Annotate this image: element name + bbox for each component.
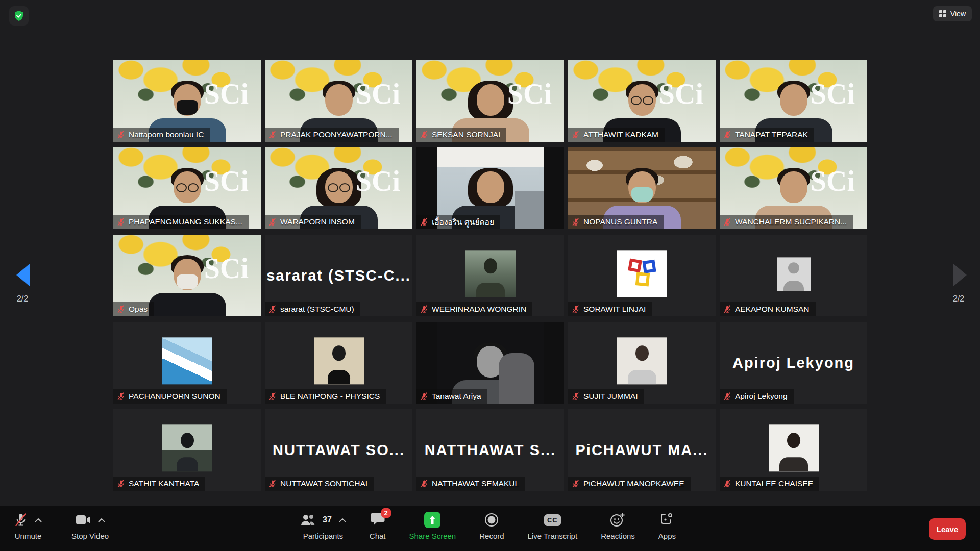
participant-name-badge: PHAPAENGMUANG SUKKAS... <box>113 215 249 229</box>
virtual-background-logo: SCi <box>356 165 400 197</box>
participants-label: Participants <box>303 532 343 540</box>
participant-name-badge: PRAJAK POONYAWATPORN... <box>265 128 399 142</box>
participant-tile[interactable]: PACHANUPORN SUNON <box>113 322 261 404</box>
participant-tile[interactable]: SCi WANCHALERM SUCPIKARN... <box>720 147 867 229</box>
muted-mic-icon <box>420 305 428 313</box>
chat-button[interactable]: 2 Chat <box>370 506 386 540</box>
muted-mic-icon <box>572 305 580 313</box>
participant-name-badge: เอื้องอริน ศูนย์ดอย <box>416 215 500 229</box>
participant-name-label: Opas <box>129 305 148 314</box>
participant-avatar <box>162 337 212 384</box>
live-transcript-button[interactable]: CC Live Transcript <box>528 506 578 540</box>
participant-name-badge: BLE NATIPONG - PHYSICS <box>265 389 386 404</box>
participant-name-badge: PiCHAWUT MANOPKAWEE <box>568 477 691 491</box>
participant-name-badge: AEKAPON KUMSAN <box>720 302 816 316</box>
virtual-background-logo: SCi <box>811 165 855 197</box>
participant-tile[interactable]: NATTHAWAT S... NATTHAWAT SEMAKUL <box>416 409 564 491</box>
participant-tile[interactable]: SCi Nattaporn boonlau IC <box>113 60 261 142</box>
share-screen-button[interactable]: Share Screen <box>409 506 456 540</box>
muted-mic-icon <box>420 392 428 400</box>
muted-mic-icon <box>268 218 277 226</box>
participant-tile[interactable]: SCi WARAPORN INSOM <box>265 147 412 229</box>
participants-icon <box>300 513 315 527</box>
participant-name-badge: TANAPAT TEPARAK <box>720 128 814 142</box>
reactions-label: Reactions <box>601 532 635 540</box>
participant-name-badge: NOPANUS GUNTRA <box>568 215 664 229</box>
participant-avatar <box>314 337 364 384</box>
video-options-caret-icon[interactable] <box>98 518 105 522</box>
participant-tile[interactable]: SORAWIT LINJAI <box>568 235 716 316</box>
shield-check-icon <box>13 10 25 22</box>
next-page-arrow[interactable] <box>953 264 967 286</box>
participant-name-badge: NATTHAWAT SEMAKUL <box>416 477 525 491</box>
virtual-background-logo: SCi <box>204 252 249 285</box>
gallery-grid-icon <box>939 10 946 17</box>
participant-name-badge: SEKSAN SORNJAI <box>416 128 506 142</box>
participant-name-badge: WANCHALERM SUCPIKARN... <box>720 215 853 229</box>
participant-name-label: AEKAPON KUMSAN <box>735 305 810 314</box>
muted-mic-icon <box>268 392 277 400</box>
zoom-meeting-window: View 2/2 2/2 SCi Nattaporn boonlau IC SC… <box>0 0 980 551</box>
leave-button[interactable]: Leave <box>929 518 966 540</box>
participant-tile[interactable]: AEKAPON KUMSAN <box>720 235 867 316</box>
participant-name-label: PiCHAWUT MANOPKAWEE <box>583 479 684 488</box>
participant-tile[interactable]: เอื้องอริน ศูนย์ดอย <box>416 147 564 229</box>
participant-tile[interactable]: sararat (STSC-C... sararat (STSC-CMU) <box>265 235 412 316</box>
participant-tile[interactable]: SCi TANAPAT TEPARAK <box>720 60 867 142</box>
participant-name-badge: WARAPORN INSOM <box>265 215 361 229</box>
unmute-options-caret-icon[interactable] <box>35 518 42 522</box>
video-camera-icon <box>76 514 91 525</box>
stop-video-button[interactable]: Stop Video <box>71 506 109 540</box>
participant-name-label: WANCHALERM SUCPIKARN... <box>735 217 847 227</box>
participant-tile[interactable]: NOPANUS GUNTRA <box>568 147 716 229</box>
record-icon <box>484 513 499 527</box>
muted-mic-icon <box>723 392 731 400</box>
muted-mic-icon <box>117 480 125 488</box>
view-button[interactable]: View <box>933 6 972 21</box>
participant-tile[interactable]: SATHIT KANTHATA <box>113 409 261 491</box>
participant-name-label: WEERINRADA WONGRIN <box>432 305 526 314</box>
security-shield-button[interactable] <box>9 6 29 26</box>
participant-tile[interactable]: PiCHAWUT MA... PiCHAWUT MANOPKAWEE <box>568 409 716 491</box>
participant-name-badge: SORAWIT LINJAI <box>568 302 652 316</box>
participants-count: 37 <box>323 515 332 524</box>
virtual-background-logo: SCi <box>811 78 855 110</box>
muted-mic-icon <box>572 392 580 400</box>
participant-name-badge: Opas <box>113 302 154 316</box>
participants-caret-icon[interactable] <box>339 518 346 522</box>
participants-button[interactable]: 37 Participants <box>300 506 346 540</box>
participant-avatar <box>162 424 212 471</box>
participant-name-badge: Nattaporn boonlau IC <box>113 128 210 142</box>
unmute-label: Unmute <box>15 532 42 540</box>
participant-tile[interactable]: NUTTAWAT SO... NUTTAWAT SONTICHAI <box>265 409 412 491</box>
participant-tile[interactable]: WEERINRADA WONGRIN <box>416 235 564 316</box>
reactions-button[interactable]: Reactions <box>601 506 635 540</box>
muted-mic-icon <box>723 131 731 139</box>
unmute-button[interactable]: Unmute <box>14 506 42 540</box>
participant-tile[interactable]: Apiroj Lekyong Apiroj Lekyong <box>720 322 867 404</box>
participant-tile[interactable]: SCi ATTHAWIT KADKAM <box>568 60 716 142</box>
participant-avatar <box>617 250 667 297</box>
participant-name-badge: KUNTALEE CHAISEE <box>720 477 819 491</box>
participant-name-label: sararat (STSC-CMU) <box>280 305 354 314</box>
participant-name-label: TANAPAT TEPARAK <box>735 130 808 139</box>
muted-mic-icon <box>268 480 277 488</box>
apps-button[interactable]: Apps <box>658 506 676 540</box>
muted-mic-icon <box>572 131 580 139</box>
participant-tile[interactable]: SCi PHAPAENGMUANG SUKKAS... <box>113 147 261 229</box>
chat-label: Chat <box>370 532 386 540</box>
participant-tile[interactable]: SCi Opas <box>113 235 261 316</box>
muted-mic-icon <box>723 480 731 488</box>
participant-name-label: NATTHAWAT SEMAKUL <box>432 479 519 488</box>
muted-mic-icon <box>268 305 277 313</box>
record-button[interactable]: Record <box>479 506 504 540</box>
muted-mic-icon <box>572 480 580 488</box>
participant-name-label: NUTTAWAT SONTICHAI <box>280 479 368 488</box>
previous-page-arrow[interactable] <box>16 264 30 286</box>
participant-tile[interactable]: BLE NATIPONG - PHYSICS <box>265 322 412 404</box>
participant-tile[interactable]: Tanawat Ariya <box>416 322 564 404</box>
participant-tile[interactable]: KUNTALEE CHAISEE <box>720 409 867 491</box>
participant-tile[interactable]: SUJIT JUMMAI <box>568 322 716 404</box>
participant-tile[interactable]: SCi SEKSAN SORNJAI <box>416 60 564 142</box>
participant-tile[interactable]: SCi PRAJAK POONYAWATPORN... <box>265 60 412 142</box>
